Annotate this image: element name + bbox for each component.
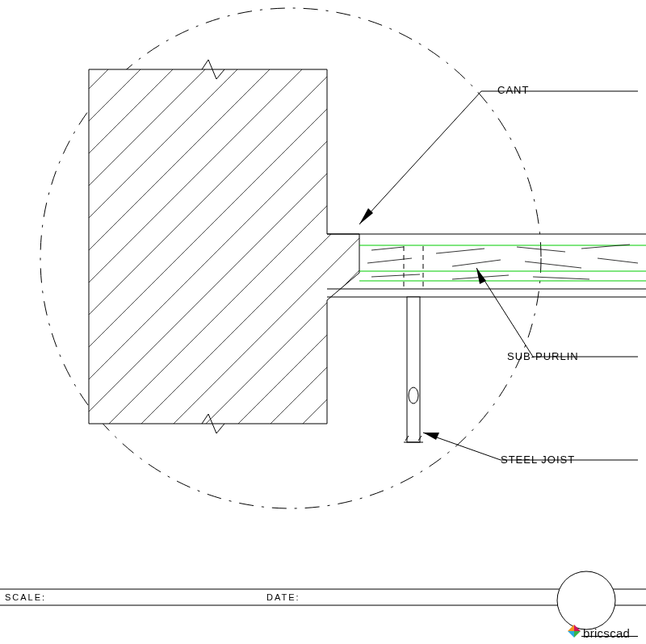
label-date: DATE:	[266, 592, 300, 602]
svg-marker-52	[476, 268, 486, 284]
svg-line-31	[525, 261, 581, 268]
svg-line-26	[436, 249, 484, 253]
sub-purlin	[359, 245, 646, 281]
detail-marker-circle	[557, 571, 615, 629]
label-scale: SCALE:	[5, 592, 46, 602]
label-cant: CANT	[497, 84, 529, 96]
drawing-svg	[0, 0, 646, 644]
svg-marker-49	[359, 208, 373, 224]
titleblock	[0, 589, 646, 605]
svg-marker-60	[568, 631, 574, 638]
svg-line-33	[371, 274, 420, 277]
svg-line-25	[371, 247, 404, 250]
svg-marker-61	[574, 631, 581, 638]
brand-text: bricscad	[583, 626, 630, 640]
svg-rect-42	[407, 297, 420, 442]
brand-underline	[581, 636, 638, 637]
cad-detail-drawing: CANT SUB-PURLIN STEEL JOIST SCALE: DATE:…	[0, 0, 646, 644]
svg-line-35	[533, 277, 589, 279]
svg-marker-55	[423, 433, 439, 440]
steel-joist	[404, 297, 423, 442]
brand-name: bricscad	[583, 626, 630, 640]
label-steel-joist: STEEL JOIST	[501, 454, 575, 466]
svg-marker-59	[568, 625, 574, 631]
leader-cant	[359, 91, 638, 224]
svg-line-48	[359, 91, 481, 224]
svg-line-32	[598, 258, 638, 263]
svg-marker-58	[574, 625, 581, 631]
bricscad-logo-icon	[568, 625, 581, 638]
label-sub-purlin: SUB-PURLIN	[507, 350, 579, 362]
svg-line-30	[452, 260, 501, 266]
svg-line-29	[367, 258, 412, 263]
